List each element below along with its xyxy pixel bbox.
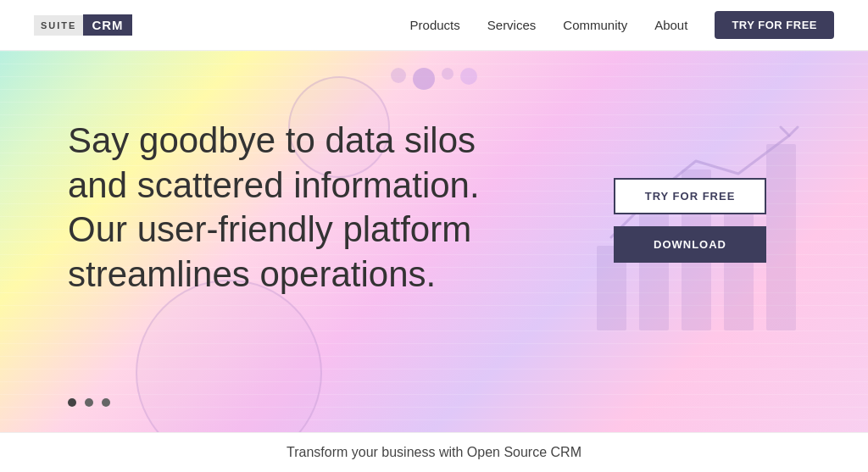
footer-tagline-text: Transform your business with Open Source… <box>287 445 581 460</box>
hero-download-button[interactable]: DOWNLOAD <box>614 226 766 263</box>
logo[interactable]: SUITE CRM <box>34 14 132 36</box>
slider-dot-3[interactable] <box>102 398 110 407</box>
hero-try-free-button[interactable]: TRY FOR FREE <box>614 178 766 214</box>
logo-suite: SUITE <box>34 15 83 36</box>
deco-circles-top <box>391 68 477 90</box>
hero-section: Say goodbye to data silos and scattered … <box>0 51 868 432</box>
svg-rect-4 <box>766 144 796 330</box>
nav-try-free-button[interactable]: TRY FOR FREE <box>715 11 834 39</box>
nav-services[interactable]: Services <box>487 18 537 32</box>
hero-content: Say goodbye to data silos and scattered … <box>68 119 526 330</box>
site-header: SUITE CRM Products Services Community Ab… <box>0 0 868 51</box>
nav-about[interactable]: About <box>654 18 687 32</box>
nav-community[interactable]: Community <box>563 18 627 32</box>
hero-headline: Say goodbye to data silos and scattered … <box>68 119 526 297</box>
main-nav: Products Services Community About TRY FO… <box>410 11 834 39</box>
slider-dot-1[interactable] <box>68 398 76 407</box>
deco-circle-1 <box>391 68 406 83</box>
footer-tagline-bar: Transform your business with Open Source… <box>0 432 868 472</box>
deco-circle-3 <box>442 68 453 80</box>
deco-circle-2 <box>413 68 435 90</box>
hero-cta-group: TRY FOR FREE DOWNLOAD <box>614 178 766 263</box>
slider-dot-2[interactable] <box>85 398 93 407</box>
deco-circle-4 <box>460 68 477 85</box>
slider-dots <box>68 398 110 407</box>
nav-products[interactable]: Products <box>410 18 460 32</box>
logo-crm: CRM <box>83 14 131 36</box>
